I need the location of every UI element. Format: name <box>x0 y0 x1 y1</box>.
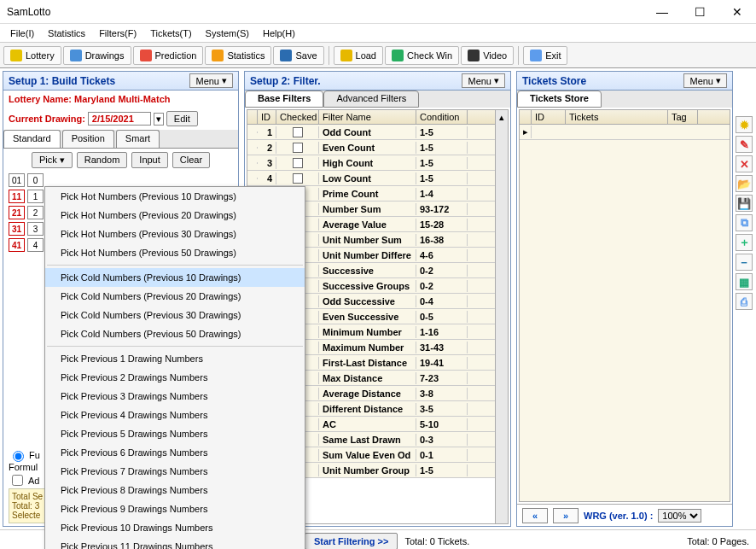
toolbar-statistics-button[interactable]: Statistics <box>205 46 271 65</box>
pick-button[interactable]: Pick ▾ <box>32 152 73 168</box>
tab-base-filters[interactable]: Base Filters <box>245 91 323 108</box>
filter-row[interactable]: 2 Even Count 1-5 <box>247 140 508 155</box>
toolbar-prediction-button[interactable]: Prediction <box>133 46 204 65</box>
tab-advanced-filters[interactable]: Advanced Filters <box>323 91 419 108</box>
pick-menu-item[interactable]: Pick Previous 11 Drawings Numbers <box>45 537 305 549</box>
filter-row[interactable]: 3 High Count 1-5 <box>247 155 508 171</box>
tool-add-icon[interactable]: ＋ <box>736 234 753 251</box>
filter-row[interactable]: 4 Low Count 1-5 <box>247 171 508 186</box>
toolbar-drawings-button[interactable]: Drawings <box>63 46 131 65</box>
number-cell[interactable]: 0 <box>27 173 44 187</box>
minimize-button[interactable]: — <box>643 0 681 24</box>
filter-checkbox[interactable] <box>293 143 303 153</box>
tab-standard[interactable]: Standard <box>3 130 61 148</box>
pick-menu-item[interactable]: Pick Hot Numbers (Previous 20 Drawings) <box>45 206 305 225</box>
tool-edit-icon[interactable]: ✎ <box>736 136 753 153</box>
number-cell[interactable]: 3 <box>27 222 44 236</box>
number-cell[interactable]: 21 <box>9 206 25 219</box>
toolbar-exit-button[interactable]: Exit <box>523 46 567 65</box>
tool-save-icon[interactable]: 💾 <box>736 195 753 212</box>
toolbar-save-button[interactable]: Save <box>273 46 323 65</box>
maximize-button[interactable]: ☐ <box>681 0 718 24</box>
pick-menu-item[interactable]: Pick Previous 5 Drawings Numbers <box>45 424 305 443</box>
start-filtering-button[interactable]: Start Filtering >> <box>305 533 398 550</box>
pick-menu-item[interactable]: Pick Previous 4 Drawings Numbers <box>45 406 305 424</box>
full-radio[interactable] <box>13 451 24 462</box>
number-cell[interactable]: 1 <box>27 190 44 203</box>
menu-system[interactable]: System(S) <box>199 26 256 40</box>
col-id[interactable]: ID <box>258 110 276 124</box>
tab-smart[interactable]: Smart <box>116 130 160 148</box>
input-button[interactable]: Input <box>131 152 167 168</box>
number-cell[interactable]: 11 <box>9 190 25 203</box>
panel3-menu-button[interactable]: Menu▾ <box>683 73 727 88</box>
pick-menu-item[interactable]: Pick Previous 9 Drawings Numbers <box>45 499 305 518</box>
number-cell[interactable]: 01 <box>9 173 25 187</box>
filter-checkbox[interactable] <box>293 173 303 184</box>
menu-help[interactable]: Help(H) <box>256 26 302 40</box>
tool-open-icon[interactable]: 📂 <box>736 175 753 192</box>
random-button[interactable]: Random <box>77 152 128 168</box>
col-ts-tag[interactable]: Tag <box>668 110 698 124</box>
tool-print-icon[interactable]: ⎙ <box>736 293 753 310</box>
pick-menu-item[interactable]: Pick Cold Numbers (Previous 50 Drawings) <box>45 324 305 343</box>
col-checked[interactable]: Checked <box>276 110 319 124</box>
pick-menu-item[interactable]: Pick Previous 2 Drawings Numbers <box>45 368 305 387</box>
pick-menu-item[interactable]: Pick Previous 3 Drawings Numbers <box>45 387 305 406</box>
nav-prev-button[interactable]: « <box>522 508 548 523</box>
toolbar-check-win-button[interactable]: Check Win <box>385 46 459 65</box>
pick-menu-item[interactable]: Pick Previous 7 Drawings Numbers <box>45 462 305 481</box>
pick-menu-item[interactable]: Pick Hot Numbers (Previous 30 Drawings) <box>45 225 305 243</box>
tool-remove-icon[interactable]: − <box>736 254 753 271</box>
col-ts-tickets[interactable]: Tickets <box>566 110 668 124</box>
chevron-down-icon: ▾ <box>60 155 65 165</box>
zoom-select[interactable]: 100% <box>658 509 701 523</box>
tool-delete-icon[interactable]: ✕ <box>736 155 753 172</box>
drawing-date-input[interactable]: 2/15/2021 <box>88 112 151 126</box>
pick-menu-item[interactable]: Pick Cold Numbers (Previous 20 Drawings) <box>45 287 305 306</box>
menu-filters[interactable]: Filters(F) <box>92 26 143 40</box>
filter-checkbox[interactable] <box>293 158 303 168</box>
toolbar-video-button[interactable]: Video <box>461 46 514 65</box>
clear-button[interactable]: Clear <box>172 152 210 168</box>
toolbar-lottery-button[interactable]: Lottery <box>3 46 61 65</box>
date-dropdown-icon[interactable]: ▾ <box>154 113 164 126</box>
prediction-icon <box>140 50 152 61</box>
col-condition[interactable]: Condition <box>416 110 468 124</box>
toolbar-load-button[interactable]: Load <box>334 46 383 65</box>
exit-icon <box>530 50 542 61</box>
tab-tickets-store[interactable]: Tickets Store <box>517 91 602 108</box>
tool-new-icon[interactable]: ✹ <box>736 116 753 133</box>
number-cell[interactable]: 41 <box>9 238 25 252</box>
nav-next-button[interactable]: » <box>553 508 579 523</box>
number-cell[interactable]: 31 <box>9 222 25 236</box>
menu-file[interactable]: File(I) <box>3 26 41 40</box>
col-filter-name[interactable]: Filter Name <box>319 110 416 124</box>
tool-copy-icon[interactable]: ⧉ <box>736 214 753 231</box>
pick-menu-item[interactable]: Pick Previous 8 Drawings Numbers <box>45 481 305 499</box>
adv-checkbox[interactable] <box>12 475 23 486</box>
pick-menu-item[interactable]: Pick Hot Numbers (Previous 50 Drawings) <box>45 243 305 262</box>
menu-statistics[interactable]: Statistics <box>41 26 92 40</box>
filter-row[interactable]: 1 Odd Count 1-5 <box>247 125 508 140</box>
pick-menu-item[interactable]: Pick Cold Numbers (Previous 10 Drawings) <box>45 268 305 287</box>
drawings-icon <box>70 50 82 61</box>
edit-button[interactable]: Edit <box>166 111 198 126</box>
panel2-menu-button[interactable]: Menu▾ <box>462 73 505 88</box>
pick-menu-item[interactable]: Pick Previous 1 Drawing Numbers <box>45 349 305 368</box>
tab-position[interactable]: Position <box>62 130 114 148</box>
pick-menu-item[interactable]: Pick Previous 10 Drawings Numbers <box>45 518 305 537</box>
panel1-menu-button[interactable]: Menu▾ <box>189 73 233 88</box>
pick-menu-item[interactable]: Pick Hot Numbers (Previous 10 Drawings) <box>45 187 305 206</box>
number-cell[interactable]: 4 <box>27 238 44 252</box>
close-button[interactable]: ✕ <box>718 0 756 24</box>
menu-tickets[interactable]: Tickets(T) <box>143 26 198 40</box>
filter-checkbox[interactable] <box>293 127 303 137</box>
check win-icon <box>392 50 404 61</box>
tool-grid-icon[interactable]: ▦ <box>736 273 753 290</box>
pick-menu-item[interactable]: Pick Previous 6 Drawings Numbers <box>45 443 305 462</box>
pick-menu-item[interactable]: Pick Cold Numbers (Previous 30 Drawings) <box>45 306 305 324</box>
number-cell[interactable]: 2 <box>27 206 44 219</box>
col-ts-id[interactable]: ID <box>532 110 566 124</box>
scrollbar[interactable]: ▴ <box>495 109 509 524</box>
